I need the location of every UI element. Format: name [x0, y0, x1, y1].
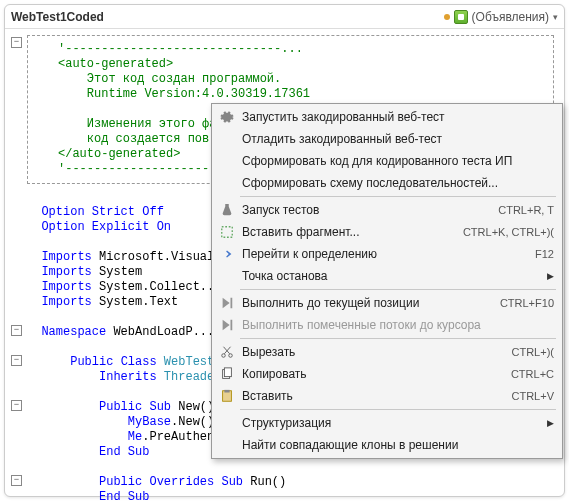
paste-icon: [218, 387, 236, 405]
fold-toggle[interactable]: −: [11, 400, 22, 411]
menu-shortcut: CTRL+F10: [500, 297, 554, 309]
menu-item-label: Выполнить помеченные потоки до курсора: [242, 318, 554, 332]
menu-item[interactable]: Точка останова▶: [214, 265, 560, 287]
menu-shortcut: CTRL+V: [512, 390, 555, 402]
menu-item[interactable]: КопироватьCTRL+C: [214, 363, 560, 385]
menu-separator: [240, 338, 556, 339]
blank-icon: [218, 174, 236, 192]
fold-toggle[interactable]: −: [11, 475, 22, 486]
marker-icon: [444, 14, 450, 20]
menu-item[interactable]: ВырезатьCTRL+)(: [214, 341, 560, 363]
menu-item[interactable]: Найти совпадающие клоны в решении: [214, 434, 560, 456]
menu-item-label: Запуск тестов: [242, 203, 484, 217]
menu-item-label: Вырезать: [242, 345, 498, 359]
menu-item-label: Запустить закодированный веб-тест: [242, 110, 554, 124]
fold-toggle[interactable]: −: [11, 37, 22, 48]
menu-item[interactable]: Вставить фрагмент...CTRL+K, CTRL+)(: [214, 221, 560, 243]
menu-item-label: Вставить фрагмент...: [242, 225, 449, 239]
chevron-down-icon[interactable]: ▾: [553, 12, 558, 22]
menu-shortcut: CTRL+K, CTRL+)(: [463, 226, 554, 238]
svg-rect-0: [222, 227, 233, 238]
menu-item-label: Выполнить до текущей позиции: [242, 296, 486, 310]
menu-shortcut: CTRL+)(: [512, 346, 554, 358]
blank-icon: [218, 130, 236, 148]
blank-icon: [218, 267, 236, 285]
menu-item-label: Сформировать схему последовательностей..…: [242, 176, 554, 190]
menu-item[interactable]: Отладить закодированный веб-тест: [214, 128, 560, 150]
menu-item-label: Найти совпадающие клоны в решении: [242, 438, 554, 452]
module-icon: [454, 10, 468, 24]
goto-icon: [218, 245, 236, 263]
cut-icon: [218, 343, 236, 361]
blank-icon: [218, 414, 236, 432]
menu-item-label: Точка останова: [242, 269, 537, 283]
svg-rect-8: [224, 390, 229, 393]
menu-shortcut: CTRL+R, T: [498, 204, 554, 216]
svg-point-3: [222, 354, 226, 358]
editor-topbar: WebTest1Coded (Объявления) ▾: [5, 5, 564, 29]
declarations-dropdown-label[interactable]: (Объявления): [472, 10, 549, 24]
submenu-arrow-icon: ▶: [547, 418, 554, 428]
menu-item[interactable]: Перейти к определениюF12: [214, 243, 560, 265]
runto-icon: [218, 316, 236, 334]
menu-item-label: Копировать: [242, 367, 497, 381]
menu-item[interactable]: Структуризация▶: [214, 412, 560, 434]
menu-item[interactable]: Запустить закодированный веб-тест: [214, 106, 560, 128]
menu-item: Выполнить помеченные потоки до курсора: [214, 314, 560, 336]
svg-rect-2: [231, 320, 233, 331]
menu-separator: [240, 409, 556, 410]
runto-icon: [218, 294, 236, 312]
menu-item-label: Перейти к определению: [242, 247, 521, 261]
copy-icon: [218, 365, 236, 383]
fold-toggle[interactable]: −: [11, 325, 22, 336]
menu-item-label: Сформировать код для кодированного теста…: [242, 154, 554, 168]
menu-item[interactable]: Запуск тестовCTRL+R, T: [214, 199, 560, 221]
menu-item[interactable]: Сформировать код для кодированного теста…: [214, 150, 560, 172]
blank-icon: [218, 152, 236, 170]
menu-item[interactable]: Выполнить до текущей позицииCTRL+F10: [214, 292, 560, 314]
menu-item-label: Вставить: [242, 389, 498, 403]
menu-separator: [240, 196, 556, 197]
menu-item-label: Структуризация: [242, 416, 537, 430]
frag-icon: [218, 223, 236, 241]
fold-toggle[interactable]: −: [11, 355, 22, 366]
menu-item[interactable]: ВставитьCTRL+V: [214, 385, 560, 407]
menu-shortcut: CTRL+C: [511, 368, 554, 380]
menu-separator: [240, 289, 556, 290]
svg-rect-1: [231, 298, 233, 309]
module-dropdown-label[interactable]: WebTest1Coded: [11, 10, 104, 24]
submenu-arrow-icon: ▶: [547, 271, 554, 281]
context-menu: Запустить закодированный веб-тестОтладит…: [211, 103, 563, 459]
gear-icon: [218, 108, 236, 126]
menu-item-label: Отладить закодированный веб-тест: [242, 132, 554, 146]
menu-item[interactable]: Сформировать схему последовательностей..…: [214, 172, 560, 194]
blank-icon: [218, 436, 236, 454]
menu-shortcut: F12: [535, 248, 554, 260]
svg-point-4: [229, 354, 233, 358]
svg-rect-6: [224, 368, 231, 377]
flask-icon: [218, 201, 236, 219]
